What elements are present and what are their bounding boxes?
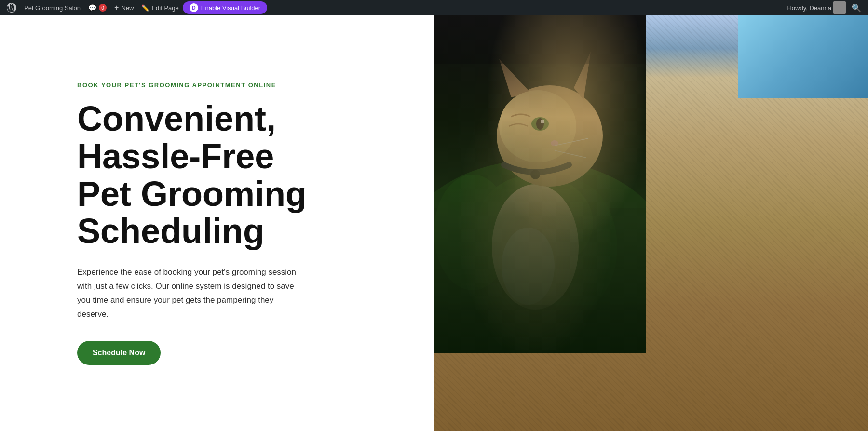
site-name-text: Pet Grooming Salon	[24, 4, 81, 12]
blue-sky-accent	[738, 15, 868, 98]
site-name-item[interactable]: Pet Grooming Salon	[20, 0, 84, 15]
heading-line2: Hassle-Free	[77, 137, 274, 175]
admin-bar: Pet Grooming Salon 💬 0 + New ✏️ Edit Pag…	[0, 0, 868, 15]
hero-right-section	[434, 15, 868, 431]
schedule-now-button[interactable]: Schedule Now	[77, 341, 161, 365]
pencil-icon: ✏️	[141, 4, 149, 12]
new-label: New	[121, 4, 134, 12]
hero-description: Experience the ease of booking your pet'…	[77, 266, 299, 322]
enable-visual-builder-button[interactable]: D Enable Visual Builder	[183, 1, 267, 14]
search-icon[interactable]: 🔍	[848, 3, 865, 13]
comments-item[interactable]: 💬 0	[84, 0, 110, 15]
cat-image-overlay	[434, 15, 646, 353]
cat-image-box	[434, 15, 646, 353]
new-item[interactable]: + New	[110, 0, 137, 15]
heading-line4: Scheduling	[77, 212, 264, 250]
main-content: BOOK YOUR PET'S GROOMING APPOINTMENT ONL…	[0, 15, 868, 431]
admin-bar-right: Howdy, Deanna 🔍	[787, 1, 865, 14]
edit-page-item[interactable]: ✏️ Edit Page	[137, 0, 182, 15]
enable-vb-label: Enable Visual Builder	[201, 4, 260, 12]
hero-heading: Convenient, Hassle-Free Pet Grooming Sch…	[77, 100, 439, 250]
wp-logo-item[interactable]	[3, 0, 20, 15]
cat-image	[434, 15, 646, 353]
edit-page-label: Edit Page	[151, 4, 178, 12]
heading-line3: Pet Grooming	[77, 175, 307, 213]
hero-subtitle: BOOK YOUR PET'S GROOMING APPOINTMENT ONL…	[77, 81, 439, 89]
heading-line1: Convenient,	[77, 99, 276, 138]
hero-left-section: BOOK YOUR PET'S GROOMING APPOINTMENT ONL…	[0, 15, 477, 431]
user-avatar[interactable]	[833, 1, 846, 14]
howdy-text: Howdy, Deanna	[787, 4, 831, 12]
comment-icon: 💬	[88, 4, 96, 12]
comment-count: 0	[99, 4, 107, 12]
plus-icon: +	[114, 3, 119, 12]
divi-logo-icon: D	[190, 3, 198, 12]
